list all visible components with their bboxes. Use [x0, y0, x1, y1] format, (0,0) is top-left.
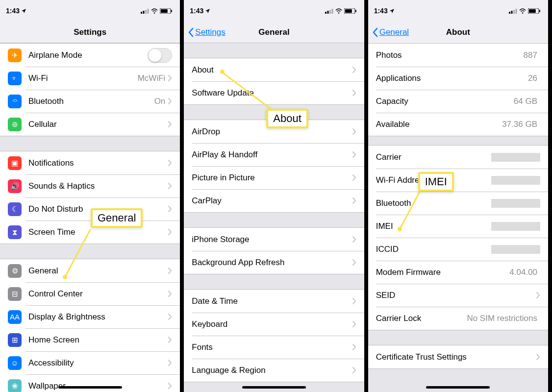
settings-row[interactable]: Background App Refresh — [184, 251, 364, 274]
row-value: 26 — [528, 74, 537, 83]
chevron-right-icon — [352, 259, 356, 266]
settings-row[interactable]: About — [184, 58, 364, 81]
settings-row[interactable]: Fonts — [184, 336, 364, 359]
row-label: Modem Firmware — [376, 268, 510, 277]
row-label: Keyboard — [192, 319, 352, 329]
back-button[interactable]: Settings — [188, 27, 225, 37]
settings-row[interactable]: Carrier LockNo SIM restrictions — [368, 307, 548, 330]
row-icon: ☺ — [8, 356, 22, 370]
chevron-right-icon — [168, 98, 172, 104]
settings-row[interactable]: ⊚Cellular — [0, 113, 180, 136]
settings-row[interactable]: Capacity64 GB — [368, 90, 548, 113]
row-icon: 🔊 — [8, 179, 22, 193]
settings-row[interactable]: ▣Notifications — [0, 151, 180, 174]
settings-row[interactable]: ☾Do Not Disturb — [0, 197, 180, 220]
row-label: Available — [376, 120, 502, 129]
row-label: Carrier Lock — [376, 314, 467, 323]
settings-row[interactable]: Bluetooth — [368, 192, 548, 215]
settings-row[interactable]: ⌔BluetoothOn — [0, 90, 180, 113]
settings-row[interactable]: AADisplay & Brightness — [0, 305, 180, 328]
redacted-value — [491, 199, 540, 208]
row-value: 64 GB — [514, 97, 537, 106]
settings-row[interactable]: 🔊Sounds & Haptics — [0, 174, 180, 197]
settings-row[interactable]: Available37.36 GB — [368, 113, 548, 136]
settings-row[interactable]: iPhone Storage — [184, 228, 364, 251]
row-label: Wi-Fi — [28, 74, 138, 83]
chevron-right-icon — [168, 337, 172, 343]
settings-row[interactable]: Modem Firmware4.04.00 — [368, 261, 548, 284]
settings-row[interactable]: Applications26 — [368, 67, 548, 90]
home-indicator — [426, 386, 490, 389]
chevron-right-icon — [168, 314, 172, 320]
status-bar: 1:43 — [0, 0, 180, 22]
toggle[interactable] — [148, 48, 172, 63]
settings-row[interactable]: CarPlay — [184, 189, 364, 212]
chevron-right-icon — [168, 360, 172, 366]
settings-row[interactable]: ⧗Screen Time — [0, 220, 180, 244]
row-icon: ⊞ — [8, 333, 22, 347]
chevron-right-icon — [168, 268, 172, 274]
status-bar: 1:43 — [184, 0, 364, 22]
settings-row[interactable]: SEID — [368, 284, 548, 307]
back-button[interactable]: General — [372, 27, 409, 37]
row-icon: ⊚ — [8, 118, 22, 131]
battery-icon — [528, 8, 540, 14]
settings-row[interactable]: IMEI — [368, 215, 548, 238]
row-icon: AA — [8, 310, 22, 324]
row-value: No SIM restrictions — [467, 314, 537, 323]
row-icon: ☾ — [8, 202, 22, 216]
redacted-value — [491, 222, 540, 231]
settings-row[interactable]: Carrier — [368, 146, 548, 169]
row-label: Accessibility — [28, 358, 168, 368]
chevron-right-icon — [352, 344, 356, 350]
chevron-right-icon — [168, 121, 172, 127]
settings-row[interactable]: AirPlay & Handoff — [184, 143, 364, 166]
row-label: About — [192, 65, 352, 75]
row-label: Bluetooth — [376, 198, 491, 208]
chevron-right-icon — [168, 183, 172, 189]
row-label: Airplane Mode — [28, 50, 148, 60]
row-value: 4.04.00 — [509, 268, 537, 277]
chevron-right-icon — [168, 160, 172, 166]
settings-row[interactable]: ⊟Control Center — [0, 282, 180, 305]
row-label: Applications — [376, 74, 528, 83]
row-value: On — [154, 97, 166, 106]
settings-row[interactable]: ᯤWi-FiMcWiFi — [0, 67, 180, 90]
settings-row[interactable]: Software Update — [184, 81, 364, 104]
location-icon — [389, 8, 395, 14]
settings-row[interactable]: Photos887 — [368, 44, 548, 67]
settings-row[interactable]: Date & Time — [184, 290, 364, 313]
settings-row[interactable]: ⊞Home Screen — [0, 328, 180, 351]
chevron-right-icon — [536, 354, 540, 360]
row-icon: ⧗ — [8, 225, 22, 239]
location-icon — [21, 8, 26, 14]
nav-bar: Settings General — [184, 22, 364, 43]
chevron-right-icon — [352, 197, 356, 204]
settings-row[interactable]: ☺Accessibility — [0, 351, 180, 374]
chevron-right-icon — [352, 67, 356, 73]
settings-row[interactable]: Certificate Trust Settings — [368, 345, 548, 368]
chevron-right-icon — [352, 151, 356, 158]
row-label: iPhone Storage — [192, 235, 352, 245]
settings-row[interactable]: ✈Airplane Mode — [0, 44, 180, 67]
settings-row[interactable]: ❀Wallpaper — [0, 374, 180, 392]
row-label: Control Center — [28, 289, 168, 299]
settings-row[interactable]: Keyboard — [184, 313, 364, 336]
callout-imei: IMEI — [418, 172, 454, 192]
row-label: Home Screen — [28, 335, 168, 345]
redacted-value — [491, 153, 540, 162]
row-icon: ⌔ — [8, 95, 22, 108]
settings-row[interactable]: Language & Region — [184, 359, 364, 382]
row-label: AirPlay & Handoff — [192, 150, 352, 160]
page-title: General — [258, 27, 289, 37]
row-icon: ⚙ — [8, 264, 22, 278]
about-screen: 1:43 General About Photos887Applications… — [368, 0, 552, 392]
settings-row[interactable]: ⚙General — [0, 259, 180, 282]
settings-row[interactable]: Wi-Fi Address — [368, 169, 548, 192]
row-icon: ✈ — [8, 49, 22, 62]
settings-row[interactable]: ICCID — [368, 238, 548, 261]
row-label: SEID — [376, 291, 536, 300]
settings-row[interactable]: Picture in Picture — [184, 166, 364, 189]
location-icon — [205, 8, 210, 14]
row-label: Language & Region — [192, 366, 352, 375]
